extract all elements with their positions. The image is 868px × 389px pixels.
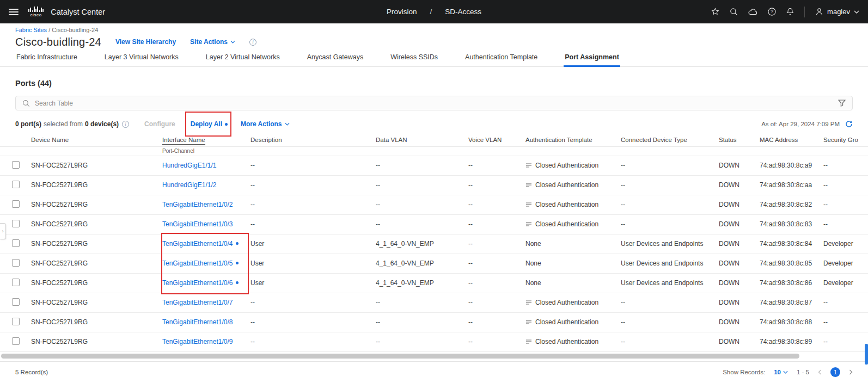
col-security-group[interactable]: Security Gro [823,133,868,146]
status-cell: DOWN [719,293,760,312]
status-cell: DOWN [719,254,760,273]
row-checkbox[interactable] [12,279,20,286]
row-checkbox[interactable] [12,161,20,169]
row-checkbox[interactable] [12,220,20,227]
partial-interface-text[interactable]: Port-Channel [162,146,250,156]
row-checkbox[interactable] [12,181,20,188]
tab-layer3-virtual-networks[interactable]: Layer 3 Virtual Networks [103,50,180,67]
data-vlan-cell: -- [376,195,468,214]
refresh-icon[interactable] [845,120,853,128]
col-status[interactable]: Status [719,133,760,146]
horizontal-scrollbar-thumb[interactable] [1,354,799,359]
status-cell: DOWN [719,332,760,351]
interface-cell: TenGigabitEthernet1/0/8 [162,312,250,332]
chevron-down-icon [285,122,290,126]
tab-authentication-template[interactable]: Authentication Template [464,50,539,67]
table-row: SN-FOC2527L9RG TenGigabitEthernet1/0/6 U… [0,273,868,293]
table-footer: 5 Record(s) Show Records: 10 1 - 5 1 [0,361,868,383]
user-menu[interactable]: maglev [815,8,859,16]
cisco-logo-bars [28,7,44,12]
previous-page-button[interactable] [818,369,822,375]
cisco-logo[interactable]: cisco [28,7,44,17]
table-row: SN-FOC2527L9RG TenGigabitEthernet1/0/3 -… [0,214,868,234]
auth-template-cell: Closed Authentication [525,293,621,312]
security-group-cell: -- [823,312,868,332]
page-size-dropdown[interactable]: 10 [774,369,788,375]
tab-layer2-virtual-networks[interactable]: Layer 2 Virtual Networks [205,50,281,67]
data-vlan-cell: -- [376,332,468,351]
tab-wireless-ssids[interactable]: Wireless SSIDs [389,50,439,67]
interface-link[interactable]: HundredGigE1/1/1 [162,162,216,169]
nav-sd-access[interactable]: SD-Access [445,8,481,16]
row-checkbox[interactable] [12,318,20,325]
table-row: SN-FOC2527L9RG TenGigabitEthernet1/0/2 -… [0,195,868,214]
partially-scrolled-row: Port-Channel [0,146,868,156]
voice-vlan-cell: -- [468,234,525,254]
table-row: SN-FOC2527L9RG TenGigabitEthernet1/0/7 -… [0,293,868,312]
col-data-vlan[interactable]: Data VLAN [376,133,468,146]
search-input[interactable] [35,100,833,107]
username: maglev [827,8,850,16]
col-authentication-template[interactable]: Authentication Template [525,133,621,146]
page-1-button[interactable]: 1 [830,367,840,377]
more-actions-dropdown[interactable]: More Actions [241,120,290,128]
deploy-all-button[interactable]: Deploy All [191,120,222,128]
status-cell: DOWN [719,156,760,175]
col-voice-vlan[interactable]: Voice VLAN [468,133,525,146]
tab-fabric-infrastructure[interactable]: Fabric Infrastructure [15,50,78,67]
interface-link[interactable]: HundredGigE1/1/2 [162,181,216,189]
interface-link[interactable]: TenGigabitEthernet1/0/4 [162,240,233,248]
vertical-scrollbar-thumb[interactable] [865,344,868,365]
connected-device-type-cell: User Devices and Endpoints [621,234,719,254]
help-icon[interactable]: ? [768,8,776,16]
star-icon[interactable] [711,8,719,16]
col-device-name[interactable]: Device Name [31,133,162,146]
info-icon[interactable]: i [249,39,256,46]
interface-link[interactable]: TenGigabitEthernet1/0/6 [162,279,233,287]
row-checkbox[interactable] [12,200,20,208]
auth-template-cell: None [525,234,621,254]
status-cell: DOWN [719,273,760,293]
col-connected-device-type[interactable]: Connected Device Type [621,133,719,146]
mac-address-cell: 74:ad:98:30:8c:85 [760,254,823,273]
nav-provision[interactable]: Provision [387,8,417,16]
row-checkbox[interactable] [12,298,20,306]
template-icon [525,202,532,207]
device-name-cell: SN-FOC2527L9RG [31,234,162,254]
row-checkbox[interactable] [12,337,20,345]
search-icon[interactable] [730,8,738,16]
interface-link[interactable]: TenGigabitEthernet1/0/9 [162,338,233,345]
interface-link[interactable]: TenGigabitEthernet1/0/5 [162,260,233,267]
hamburger-menu-icon[interactable] [9,9,19,15]
tab-port-assignment[interactable]: Port Assignment [564,50,620,67]
auth-template-cell: None [525,273,621,293]
breadcrumb-fabric-sites[interactable]: Fabric Sites [15,27,47,33]
interface-link[interactable]: TenGigabitEthernet1/0/3 [162,220,233,228]
bell-icon[interactable] [786,8,794,16]
next-page-button[interactable] [849,369,853,375]
interface-link[interactable]: TenGigabitEthernet1/0/8 [162,318,233,326]
interface-cell: TenGigabitEthernet1/0/9 [162,332,250,351]
view-site-hierarchy-link[interactable]: View Site Hierarchy [115,38,176,46]
filter-icon[interactable] [838,100,846,107]
interface-cell: HundredGigE1/1/2 [162,175,250,195]
breadcrumb-current: Cisco-buidling-24 [52,27,98,33]
auth-template-cell: Closed Authentication [525,156,621,175]
interface-link[interactable]: TenGigabitEthernet1/0/7 [162,299,233,306]
info-icon[interactable]: i [122,121,129,128]
col-interface-name[interactable]: Interface Name [162,133,250,146]
description-cell: -- [250,332,376,351]
page-title: Cisco-buidling-24 [15,36,101,48]
side-panel-expander[interactable]: › [0,223,6,239]
row-checkbox[interactable] [12,259,20,267]
description-cell: -- [250,312,376,332]
col-description[interactable]: Description [250,133,376,146]
row-checkbox[interactable] [12,239,20,247]
data-vlan-cell: 4_1_64_0-VN_EMP [376,273,468,293]
site-actions-dropdown[interactable]: Site Actions [190,38,235,46]
tab-anycast-gateways[interactable]: Anycast Gateways [306,50,365,67]
cloud-icon[interactable] [748,9,757,15]
col-mac-address[interactable]: MAC Address [760,133,823,146]
security-group-cell: -- [823,293,868,312]
interface-link[interactable]: TenGigabitEthernet1/0/2 [162,201,233,208]
